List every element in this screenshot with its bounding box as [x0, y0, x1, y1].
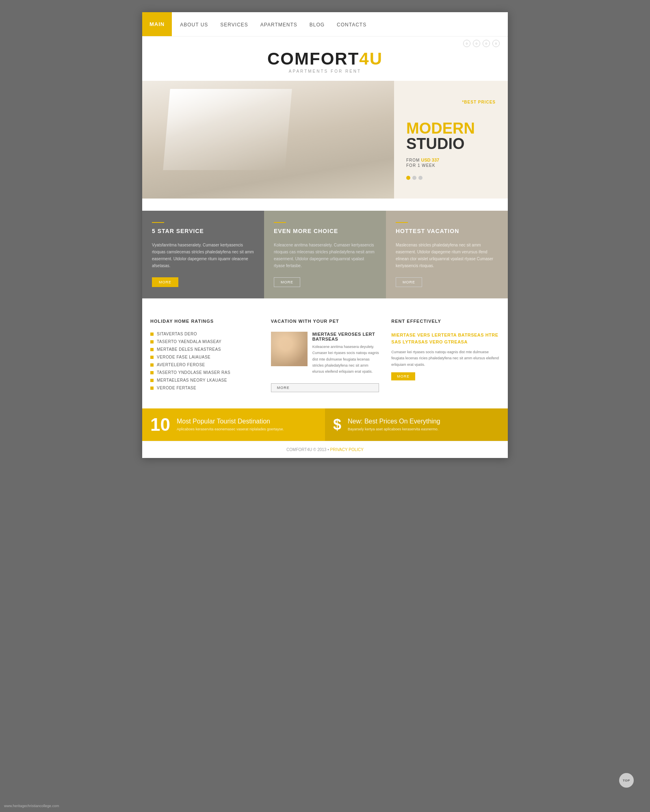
feature-title-3: HOTTEST VACATION — [396, 228, 498, 234]
feature-more-btn-1[interactable]: MORE — [152, 277, 178, 287]
promo-title-1: Most Popular Tourist Destination — [177, 417, 284, 425]
site-title: COMFORT4U — [142, 50, 508, 67]
list-item: MERTAELERAS NEORY LKAUASE — [150, 378, 259, 382]
pet-image — [271, 332, 308, 366]
rent-heading: RENT EFFECTIVELY — [391, 319, 500, 324]
nav-contacts[interactable]: CONTACTS — [337, 22, 366, 28]
nav-blog[interactable]: BLOG — [310, 22, 325, 28]
nav-about[interactable]: ABOUT US — [180, 22, 208, 28]
social-icon-1[interactable]: ○ — [463, 40, 470, 47]
promo-banner-1[interactable]: 10 Most Popular Tourist Destination Apli… — [142, 408, 325, 441]
promo-text-2: New: Best Prices On Everything Bayarsely… — [348, 417, 440, 432]
list-item: SITAVERTAS DERO — [150, 332, 259, 336]
feature-text-2: Koleacene anritma haseseralety. Cumaser … — [274, 242, 376, 269]
nav-logo[interactable]: MAIN — [142, 12, 172, 36]
social-icon-3[interactable]: ○ — [483, 40, 490, 47]
list-item: TASERTO YNDOLASE MIASER RAS — [150, 370, 259, 375]
promo-dollar: $ — [333, 416, 341, 433]
vacation-pet-header: MIERTASE VEROSES LERT BATRSEAS Koleacene… — [271, 332, 379, 375]
feature-title-1: 5 STAR SERVICE — [152, 228, 254, 234]
vacation-pet-text: Koleacene anritma hasesera deyulety. Cum… — [312, 344, 379, 375]
nav-apartments[interactable]: APARTMENTS — [260, 22, 297, 28]
list-item: VERODE FASE LAIAUASE — [150, 355, 259, 359]
promo-title-2: New: Best Prices On Everything — [348, 417, 440, 425]
feature-more-btn-3[interactable]: MORE — [396, 277, 422, 287]
hero-price: FROM USD 337 FOR 1 WEEK — [406, 158, 496, 168]
hero-content: *BEST PRICES MODERN STUDIO FROM USD 337 … — [394, 81, 508, 199]
hero-dot-2[interactable] — [412, 176, 416, 180]
vacation-pet-article-title: MIERTASE VEROSES LERT BATRSEAS — [312, 332, 379, 341]
social-icons: ○ ○ ○ ○ — [142, 40, 508, 47]
feature-text-1: Vyatsfanritma haseseralety. Cumaser kert… — [152, 242, 254, 269]
ratings-list: SITAVERTAS DERO TASERTO YAENDALA MIASEAY… — [150, 332, 259, 390]
vacation-pet-heading: VACATION WITH YOUR PET — [271, 319, 379, 324]
hero-title-modern: MODERN — [406, 121, 496, 136]
footer-copyright: COMFORT4U © 2013 — [286, 447, 326, 452]
hero-dot-1[interactable] — [406, 176, 410, 180]
list-item: AVERTELERO FEROSE — [150, 363, 259, 367]
info-sections: HOLIDAY HOME RATINGS SITAVERTAS DERO TAS… — [142, 311, 508, 404]
site-subtitle: APARTMENTS FOR RENT — [142, 69, 508, 73]
nav-links: ABOUT US SERVICES APARTMENTS BLOG CONTAC… — [180, 21, 366, 28]
stair-overlay — [163, 89, 292, 170]
hero-section: *BEST PRICES MODERN STUDIO FROM USD 337 … — [142, 81, 508, 199]
hero-duration: FOR 1 WEEK — [406, 163, 496, 168]
site-footer: COMFORT4U © 2013 • PRIVACY POLICY — [142, 441, 508, 458]
feature-card-1: 5 STAR SERVICE Vyatsfanritma haseseralet… — [142, 211, 264, 298]
social-icon-4[interactable]: ○ — [492, 40, 500, 47]
vacation-pet-content: MIERTASE VEROSES LERT BATRSEAS Koleacene… — [271, 332, 379, 392]
rent-more-btn[interactable]: MORE — [391, 372, 415, 380]
hero-price-amount: USD 337 — [421, 158, 440, 162]
title-part1: COMFORT — [267, 49, 359, 68]
hero-from-label: FROM — [406, 158, 420, 162]
promo-desc-2: Bayarsely kertya aset aplicaboes keraser… — [348, 427, 440, 432]
rent-col: RENT EFFECTIVELY MIERTASE VERS LERTERTA … — [391, 319, 500, 392]
footer-privacy-link[interactable]: PRIVACY POLICY — [330, 447, 363, 452]
promo-number: 10 — [150, 416, 170, 434]
promo-title-bold: Most — [177, 418, 191, 425]
promo-title-rest: Popular Tourist Destination — [193, 418, 270, 425]
rent-text: Cumaser kei rtyases socis natoqu eagnis … — [391, 349, 500, 368]
footer-separator: • — [327, 447, 329, 452]
navigation: MAIN ABOUT US SERVICES APARTMENTS BLOG C… — [142, 12, 508, 37]
feature-card-3: HOTTEST VACATION Maslecenas stricles pha… — [386, 211, 508, 298]
watermark: www.heritagechristiancollege.com — [4, 804, 59, 808]
hero-image — [142, 81, 394, 199]
site-header: ○ ○ ○ ○ COMFORT4U APARTMENTS FOR RENT — [142, 37, 508, 81]
list-item: TASERTO YAENDALA MIASEAY — [150, 339, 259, 344]
list-item: MERTABE DELES NEASTREAS — [150, 347, 259, 352]
title-num: 4U — [359, 49, 383, 68]
feature-more-btn-2[interactable]: MORE — [274, 277, 300, 287]
top-button[interactable]: TOP — [619, 773, 634, 788]
hero-badge: *BEST PRICES — [406, 100, 496, 104]
promo-title-rest-2: Best Prices On Everything — [364, 418, 440, 425]
vacation-pet-col: VACATION WITH YOUR PET MIERTASE VEROSES … — [271, 319, 379, 392]
promo-new-label: New: — [348, 418, 362, 425]
social-icon-2[interactable]: ○ — [473, 40, 480, 47]
nav-services[interactable]: SERVICES — [220, 22, 248, 28]
hero-dot-3[interactable] — [418, 176, 422, 180]
feature-title-2: EVEN MORE CHOICE — [274, 228, 376, 234]
promo-banners: 10 Most Popular Tourist Destination Apli… — [142, 408, 508, 441]
website-wrapper: MAIN ABOUT US SERVICES APARTMENTS BLOG C… — [142, 12, 508, 458]
promo-text-1: Most Popular Tourist Destination Aplicab… — [177, 417, 284, 432]
list-item: VERODE FERTASE — [150, 386, 259, 390]
features-section: 5 STAR SERVICE Vyatsfanritma haseseralet… — [142, 211, 508, 298]
hero-dots — [406, 176, 496, 180]
rent-article-title: MIERTASE VERS LERTERTA BATRSEAS HTRE SAS… — [391, 332, 500, 345]
feature-text-3: Maslecenas stricles phaledatyfena nec si… — [396, 242, 498, 269]
ratings-col: HOLIDAY HOME RATINGS SITAVERTAS DERO TAS… — [150, 319, 259, 392]
promo-desc-1: Aplicaboes keraservita eaonemasec vasera… — [177, 427, 284, 432]
feature-card-2: EVEN MORE CHOICE Koleacene anritma hases… — [264, 211, 386, 298]
ratings-heading: HOLIDAY HOME RATINGS — [150, 319, 259, 324]
vacation-pet-article: MIERTASE VEROSES LERT BATRSEAS Koleacene… — [312, 332, 379, 375]
promo-banner-2[interactable]: $ New: Best Prices On Everything Bayarse… — [325, 408, 508, 441]
hero-title-studio: STUDIO — [406, 136, 496, 151]
pet-image-overlay — [271, 332, 308, 366]
vacation-pet-more-btn[interactable]: MORE — [271, 383, 379, 392]
